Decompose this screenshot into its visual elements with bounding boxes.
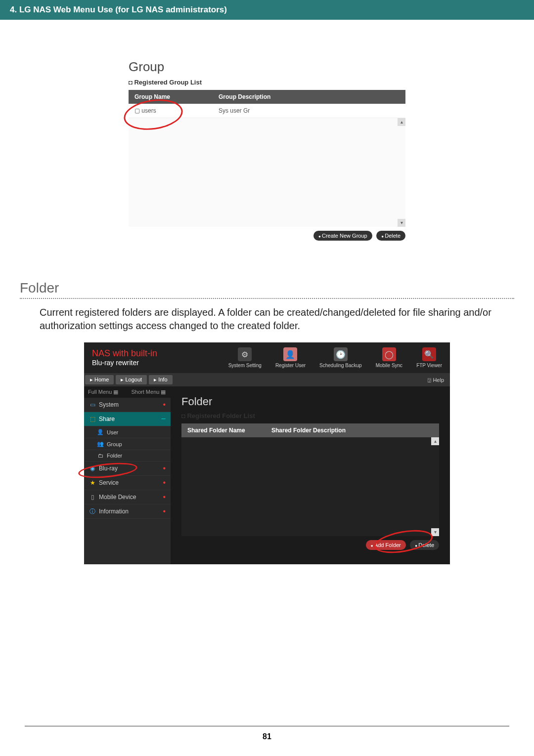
help-link[interactable]: ⍰ Help xyxy=(422,375,450,385)
short-menu-toggle[interactable]: Short Menu ▦ xyxy=(128,386,171,398)
info-icon: ⓘ xyxy=(89,507,96,516)
sidebar-item-mobile[interactable]: ▯Mobile Device• xyxy=(84,490,171,504)
star-icon: ★ xyxy=(89,479,96,486)
tab-ftp-viewer[interactable]: 🔍FTP Viewer xyxy=(416,347,442,368)
registered-folder-list-label: Registered Folder List xyxy=(181,412,439,420)
scroll-down-icon[interactable]: ▾ xyxy=(431,528,439,536)
user-icon: 👤 xyxy=(97,429,104,435)
col-group-name: Group Name xyxy=(129,90,213,104)
group-table-body: ▴ ▾ xyxy=(129,118,405,227)
folder-screenshot: NAS with built-in Blu-ray rewriter ⚙Syst… xyxy=(84,342,450,564)
nav-logout[interactable]: ▸ Logout xyxy=(116,375,147,384)
folder-table-body: ▴ ▾ xyxy=(181,437,439,536)
nav-bar: ▸ Home ▸ Logout ▸ Info ⍰ Help xyxy=(84,373,450,386)
page-header: 4. LG NAS Web Menu Use (for LG NAS admin… xyxy=(0,0,534,20)
sidebar-item-system[interactable]: ▭System• xyxy=(84,398,171,412)
monitor-icon: ▭ xyxy=(89,401,96,408)
sidebar-item-folder[interactable]: 🗀Folder xyxy=(84,450,171,462)
sidebar-item-information[interactable]: ⓘInformation• xyxy=(84,504,171,519)
section-heading-folder: Folder xyxy=(20,280,514,296)
disc-icon: ◉ xyxy=(89,465,96,472)
footer-rule xyxy=(25,726,509,726)
table-row[interactable]: ▢ users Sys user Gr xyxy=(129,104,405,118)
tab-scheduling-backup[interactable]: 🕑Scheduling Backup xyxy=(319,347,362,368)
share-icon: ⬚ xyxy=(89,416,96,422)
full-menu-toggle[interactable]: Full Menu ▦ xyxy=(84,386,128,398)
sidebar-item-service[interactable]: ★Service• xyxy=(84,476,171,490)
sidebar-item-share[interactable]: ⬚Share− xyxy=(84,412,171,426)
section-body-text: Current registered folders are displayed… xyxy=(40,306,514,333)
sidebar: Full Menu ▦ Short Menu ▦ ▭System• ⬚Share… xyxy=(84,386,171,564)
col-shared-folder-desc: Shared Folder Description xyxy=(266,423,439,437)
sidebar-item-bluray[interactable]: ◉Blu-ray• xyxy=(84,462,171,476)
col-group-description: Group Description xyxy=(213,90,405,104)
nav-info[interactable]: ▸ Info xyxy=(149,375,172,384)
nav-home[interactable]: ▸ Home xyxy=(85,375,114,384)
dotted-rule xyxy=(20,298,514,299)
page-number: 81 xyxy=(0,732,534,741)
sidebar-item-group[interactable]: 👥Group xyxy=(84,438,171,450)
mobile-icon: ▯ xyxy=(89,494,96,501)
folder-table-header: Shared Folder Name Shared Folder Descrip… xyxy=(181,423,439,437)
folder-icon: 🗀 xyxy=(97,453,104,459)
delete-button[interactable]: Delete xyxy=(410,540,439,550)
folder-title: Folder xyxy=(181,395,439,408)
group-title: Group xyxy=(129,59,405,75)
cell-group-desc: Sys user Gr xyxy=(213,104,405,118)
col-shared-folder-name: Shared Folder Name xyxy=(181,423,266,437)
group-icon: 👥 xyxy=(97,441,104,447)
registered-group-list-label: Registered Group List xyxy=(129,79,405,86)
group-screenshot: Group Registered Group List Group Name G… xyxy=(129,59,405,241)
add-folder-button[interactable]: Add Folder xyxy=(366,540,406,550)
tab-system-setting[interactable]: ⚙System Setting xyxy=(228,347,262,368)
tab-register-user[interactable]: 👤Register User xyxy=(275,347,306,368)
scroll-down-icon[interactable]: ▾ xyxy=(398,219,405,227)
delete-button[interactable]: Delete xyxy=(376,231,405,241)
brand-title: NAS with built-in Blu-ray rewriter xyxy=(92,348,157,367)
scroll-up-icon[interactable]: ▴ xyxy=(398,118,405,126)
create-new-group-button[interactable]: Create New Group xyxy=(313,231,372,241)
sidebar-item-user[interactable]: 👤User xyxy=(84,426,171,438)
tab-mobile-sync[interactable]: ◯Mobile Sync xyxy=(376,347,402,368)
scroll-up-icon[interactable]: ▴ xyxy=(431,437,439,445)
main-panel: Folder Registered Folder List Shared Fol… xyxy=(171,386,450,564)
cell-group-name: ▢ users xyxy=(129,104,213,118)
app-header: NAS with built-in Blu-ray rewriter ⚙Syst… xyxy=(84,342,450,373)
group-table-header: Group Name Group Description xyxy=(129,90,405,104)
